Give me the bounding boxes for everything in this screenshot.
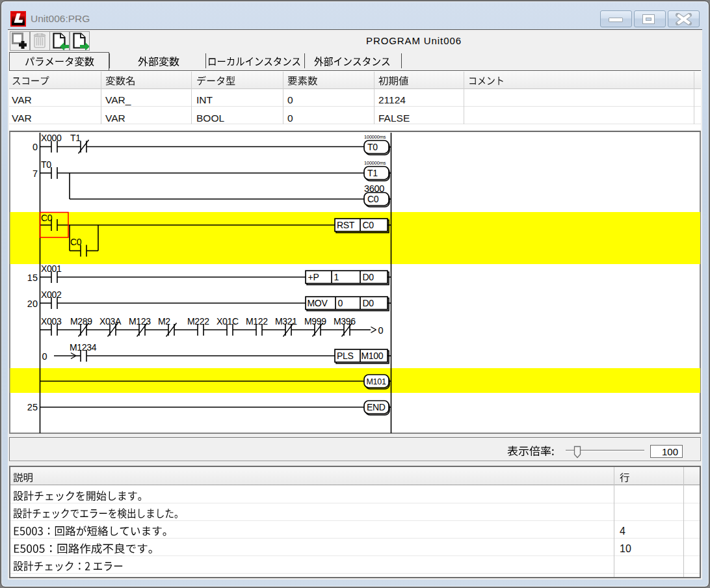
svg-text:M2: M2 bbox=[158, 316, 170, 327]
svg-text:M999: M999 bbox=[304, 316, 326, 327]
svg-text:T0: T0 bbox=[41, 159, 51, 170]
svg-text:C0: C0 bbox=[70, 237, 82, 247]
svg-text:7: 7 bbox=[33, 168, 38, 179]
svg-text:T1: T1 bbox=[70, 133, 81, 143]
svg-text:D0: D0 bbox=[363, 298, 375, 308]
svg-text:M321: M321 bbox=[275, 316, 297, 327]
svg-text:M100: M100 bbox=[362, 351, 384, 361]
svg-text:3600: 3600 bbox=[364, 183, 384, 194]
svg-text:20: 20 bbox=[27, 299, 38, 309]
svg-text:M396: M396 bbox=[334, 316, 356, 327]
svg-text:15: 15 bbox=[27, 273, 38, 283]
svg-text:T0: T0 bbox=[367, 142, 378, 152]
svg-text:C0: C0 bbox=[367, 194, 379, 204]
svg-text:RST: RST bbox=[337, 220, 355, 230]
svg-text:M289: M289 bbox=[70, 316, 92, 327]
svg-text:D0: D0 bbox=[363, 272, 375, 282]
svg-text:25: 25 bbox=[27, 402, 38, 412]
svg-text:X003: X003 bbox=[41, 316, 62, 327]
svg-text:X000: X000 bbox=[41, 133, 62, 143]
svg-text:0: 0 bbox=[42, 351, 47, 362]
svg-text:100000ms: 100000ms bbox=[364, 134, 386, 140]
svg-text:M122: M122 bbox=[246, 316, 268, 327]
svg-text:M222: M222 bbox=[187, 316, 209, 327]
svg-text:END: END bbox=[367, 402, 386, 412]
svg-text:C0: C0 bbox=[41, 213, 53, 223]
svg-text:100000ms: 100000ms bbox=[364, 160, 386, 166]
svg-text:T1: T1 bbox=[367, 168, 378, 178]
svg-text:+P: +P bbox=[308, 272, 319, 282]
svg-text:MOV: MOV bbox=[308, 298, 328, 308]
svg-text:0: 0 bbox=[33, 142, 38, 152]
svg-text:1: 1 bbox=[334, 272, 339, 282]
svg-text:PLS: PLS bbox=[337, 351, 354, 361]
svg-text:M123: M123 bbox=[129, 316, 151, 327]
svg-text:X002: X002 bbox=[41, 289, 62, 300]
svg-text:M101: M101 bbox=[367, 377, 386, 386]
svg-text:X001: X001 bbox=[41, 263, 62, 274]
svg-text:0: 0 bbox=[378, 325, 384, 336]
svg-text:X03A: X03A bbox=[99, 316, 122, 327]
svg-text:X01C: X01C bbox=[217, 316, 239, 327]
svg-text:M1234: M1234 bbox=[70, 342, 97, 353]
svg-text:0: 0 bbox=[338, 298, 343, 308]
svg-text:C0: C0 bbox=[363, 220, 375, 230]
